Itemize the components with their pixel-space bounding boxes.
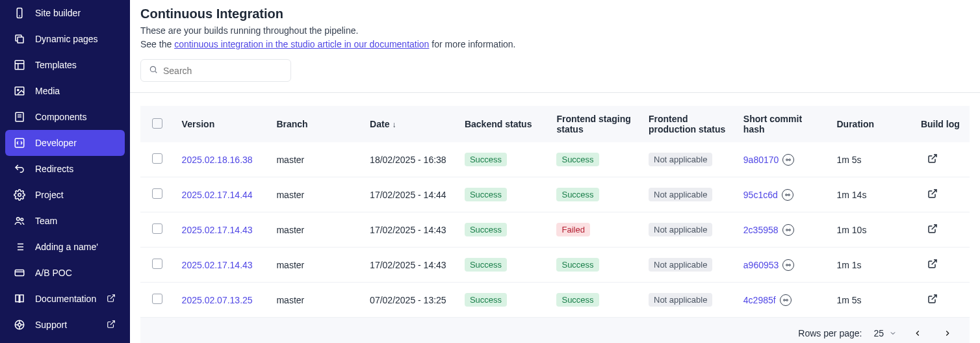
next-page-button[interactable] [938,324,957,342]
status-badge: Success [465,153,507,166]
date-cell: 17/02/2025 - 14:44 [363,177,458,212]
sidebar-item-label: Media [35,86,117,96]
chevron-down-icon [889,329,897,337]
header-hash[interactable]: Short commit hash [737,106,831,142]
prev-page-button[interactable] [909,324,927,342]
status-badge: Success [465,258,507,272]
duration-cell: 1m 14s [831,177,921,212]
duration-cell: 1m 1s [831,248,921,283]
header-version[interactable]: Version [175,106,270,142]
sidebar: Site builderDynamic pagesTemplatesMediaC… [0,0,130,343]
commit-graph-icon[interactable] [782,224,794,236]
build-log-link[interactable] [927,259,938,269]
commit-hash-link[interactable]: a960953 [743,260,779,270]
rows-per-page-label: Rows per page: [798,328,862,338]
sidebar-item-adding-a-name-[interactable]: Adding a name' [5,234,125,260]
status-badge: Success [465,223,507,236]
select-all-checkbox[interactable] [152,118,162,129]
status-badge: Not applicable [649,293,712,307]
commit-hash-link[interactable]: 4c2985f [743,295,776,305]
sidebar-item-label: Redirects [35,164,117,174]
sidebar-item-a-b-poc[interactable]: A/B POC [5,260,125,286]
row-checkbox[interactable] [152,259,162,269]
gear-icon [13,188,26,201]
sidebar-item-support[interactable]: Support [5,312,125,338]
undo-icon [13,162,26,175]
smartphone-icon [13,6,26,19]
sidebar-item-site-builder[interactable]: Site builder [5,0,125,26]
sidebar-item-components[interactable]: Components [5,104,125,130]
commit-graph-icon[interactable] [782,189,793,201]
sidebar-item-redirects[interactable]: Redirects [5,156,125,182]
header-branch[interactable]: Branch [270,106,363,142]
commit-graph-icon[interactable] [780,294,792,306]
version-link[interactable]: 2025.02.17.14.44 [182,190,253,200]
svg-line-40 [932,190,936,194]
rows-per-page-select[interactable]: 25 [873,328,897,338]
version-link[interactable]: 2025.02.17.14.43 [182,260,253,270]
chevron-left-icon [913,329,922,338]
duration-cell: 1m 10s [831,212,921,248]
header-log[interactable]: Build log [921,106,970,142]
commit-hash-link[interactable]: 95c1c6d [743,190,778,200]
commit-hash-link[interactable]: 2c35958 [743,225,779,235]
row-checkbox[interactable] [152,188,162,199]
search-input[interactable] [163,66,283,76]
build-log-link[interactable] [927,153,938,164]
subtitle2-prefix: See the [140,39,174,49]
sidebar-item-label: Templates [35,60,117,70]
commit-hash-link[interactable]: 9a80170 [743,155,779,165]
commit-graph-icon[interactable] [782,259,794,271]
status-badge: Success [556,153,599,166]
row-checkbox[interactable] [152,294,162,304]
svg-point-13 [17,218,20,221]
build-log-link[interactable] [927,294,938,304]
date-cell: 18/02/2025 - 16:38 [363,142,458,177]
status-badge: Success [556,188,599,201]
sidebar-item-label: Support [35,320,97,330]
divider [130,92,980,93]
sidebar-item-project[interactable]: Project [5,182,125,208]
svg-line-30 [110,321,114,325]
page-subtitle-2: See the continuous integration in the st… [140,38,970,51]
version-link[interactable]: 2025.02.18.16.38 [182,155,253,165]
header-staging[interactable]: Frontend staging status [550,106,642,142]
copy-icon [13,32,26,45]
sort-desc-icon: ↓ [392,120,396,129]
svg-point-50 [786,299,788,301]
card-icon [13,266,26,279]
svg-point-12 [18,194,21,197]
version-link[interactable]: 2025.02.17.14.43 [182,225,253,235]
header-prod[interactable]: Frontend production status [642,106,737,142]
status-badge: Not applicable [649,258,712,272]
build-log-link[interactable] [927,223,938,234]
header-date-label: Date [370,119,389,129]
status-badge: Not applicable [649,223,712,236]
svg-point-45 [786,264,788,266]
sidebar-item-dynamic-pages[interactable]: Dynamic pages [5,26,125,52]
svg-line-44 [932,225,936,229]
sidebar-item-documentation[interactable]: Documentation [5,286,125,312]
sidebar-item-label: Team [35,216,117,226]
header-date[interactable]: Date↓ [363,106,458,142]
header-duration[interactable]: Duration [831,106,921,142]
sidebar-item-media[interactable]: Media [5,78,125,104]
row-checkbox[interactable] [152,153,162,164]
commit-graph-icon[interactable] [782,154,794,166]
search-box[interactable] [140,59,291,82]
doc-link[interactable]: continuous integration in the studio art… [174,39,429,49]
svg-point-7 [18,89,19,90]
table-row: 2025.02.17.14.43master17/02/2025 - 14:43… [140,212,970,248]
status-badge: Success [556,293,599,307]
sidebar-item-developer[interactable]: Developer [5,130,125,156]
header-backend[interactable]: Backend status [458,106,550,142]
build-log-link[interactable] [927,188,938,199]
layout-icon [13,58,26,71]
sidebar-item-templates[interactable]: Templates [5,52,125,78]
sidebar-item-team[interactable]: Team [5,208,125,234]
version-link[interactable]: 2025.02.07.13.25 [182,295,253,305]
sidebar-item-label: Developer [35,138,117,148]
svg-point-25 [18,324,21,327]
row-checkbox[interactable] [152,223,162,234]
branch-cell: master [270,212,363,248]
